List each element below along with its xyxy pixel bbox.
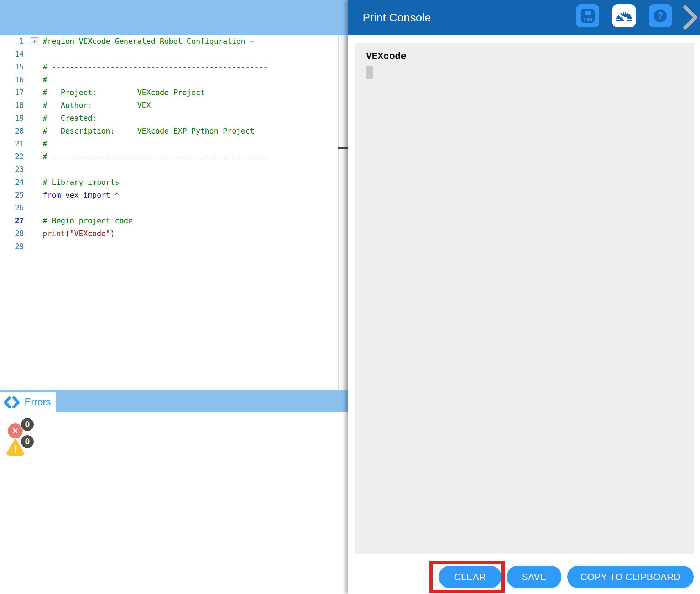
line-number: 21 [0, 137, 24, 150]
error-count-badge: 0 [20, 417, 35, 432]
code-line[interactable]: 16# [0, 73, 338, 86]
svg-text:!: ! [14, 444, 17, 455]
code-line[interactable]: 15# ------------------------------------… [0, 61, 338, 73]
errors-tab[interactable]: Errors [0, 392, 56, 412]
code-line[interactable]: 20# Description: VEXcode EXP Python Proj… [0, 125, 338, 137]
line-number: 16 [0, 73, 24, 86]
code-text: # Project: VEXcode Project [43, 86, 205, 99]
line-number: 19 [0, 112, 24, 125]
svg-text:?: ? [658, 10, 663, 21]
code-line[interactable]: 24# Library imports [0, 176, 338, 189]
code-text: #region VEXcode Generated Robot Configur… [43, 35, 254, 48]
line-number: 29 [0, 240, 24, 253]
line-number: 15 [0, 61, 24, 73]
code-line[interactable]: 14 [0, 48, 338, 61]
error-mark: ✕ [12, 426, 19, 436]
code-line[interactable]: 18# Author: VEX [0, 99, 338, 112]
code-editor[interactable]: 1+#region VEXcode Generated Robot Config… [0, 35, 348, 390]
code-line[interactable]: 1+#region VEXcode Generated Robot Config… [0, 35, 338, 48]
code-line[interactable]: 21# [0, 137, 338, 150]
line-number: 22 [0, 150, 24, 163]
code-line[interactable]: 28print("VEXcode") [0, 227, 338, 240]
code-text: # [43, 73, 47, 86]
line-number: 24 [0, 176, 24, 189]
code-text: print("VEXcode") [43, 227, 115, 240]
code-line[interactable]: 23 [0, 163, 338, 176]
line-number: 28 [0, 227, 24, 240]
code-text: # Begin project code [43, 214, 133, 227]
monitor-gauge-icon[interactable] [612, 4, 636, 27]
code-line[interactable]: 25from vex import * [0, 189, 338, 202]
code-line[interactable]: 29 [0, 240, 338, 253]
console-cursor [366, 66, 373, 79]
help-icon[interactable]: ? [649, 4, 672, 27]
brain-glyph [576, 4, 599, 27]
line-number: 27 [0, 214, 24, 227]
save-button[interactable]: SAVE [507, 566, 561, 588]
code-line[interactable]: 26 [0, 202, 338, 214]
console-output-area[interactable]: VEXcode [355, 43, 694, 554]
line-number: 20 [0, 125, 24, 137]
device-brain-icon[interactable] [576, 4, 599, 27]
code-text: # [43, 137, 47, 150]
code-text: # Description: VEXcode EXP Python Projec… [43, 125, 254, 137]
code-text: # Library imports [43, 176, 119, 189]
print-console-header: Print Console [348, 0, 700, 35]
copy-to-clipboard-button[interactable]: COPY TO CLIPBOARD [567, 566, 694, 588]
code-text: # Author: VEX [43, 99, 151, 112]
editor-scrollbar[interactable] [338, 35, 348, 390]
code-lines: 1+#region VEXcode Generated Robot Config… [0, 35, 338, 253]
line-number: 23 [0, 163, 24, 176]
line-number: 1 [0, 35, 24, 48]
gauge-glyph [612, 4, 636, 27]
code-line[interactable]: 19# Created: [0, 112, 338, 125]
code-line[interactable]: 27# Begin project code [0, 214, 338, 227]
help-glyph: ? [649, 4, 672, 27]
editor-scrollbar-thumb[interactable] [338, 147, 348, 149]
editor-toolbar [0, 0, 348, 35]
warning-count-badge: 0 [20, 434, 35, 449]
code-line[interactable]: 22# ------------------------------------… [0, 150, 338, 163]
print-console-panel: Print Console [348, 0, 700, 594]
line-number: 17 [0, 86, 24, 99]
line-number: 25 [0, 189, 24, 202]
code-line[interactable]: 17# Project: VEXcode Project [0, 86, 338, 99]
fold-expand-button[interactable]: + [31, 37, 38, 45]
code-text: # Created: [43, 112, 97, 125]
console-output-text: VEXcode [366, 51, 406, 62]
collapse-panel-chevron-icon[interactable] [682, 5, 699, 30]
code-text: from vex import * [43, 189, 119, 202]
panel-title: Print Console [362, 0, 431, 35]
line-number: 26 [0, 202, 24, 214]
code-text: # --------------------------------------… [43, 61, 268, 73]
code-text: # --------------------------------------… [43, 150, 268, 163]
clear-button[interactable]: CLEAR [439, 566, 501, 588]
code-brackets-icon [4, 396, 20, 409]
line-number: 18 [0, 99, 24, 112]
line-number: 14 [0, 48, 24, 61]
errors-tab-label: Errors [25, 397, 51, 408]
